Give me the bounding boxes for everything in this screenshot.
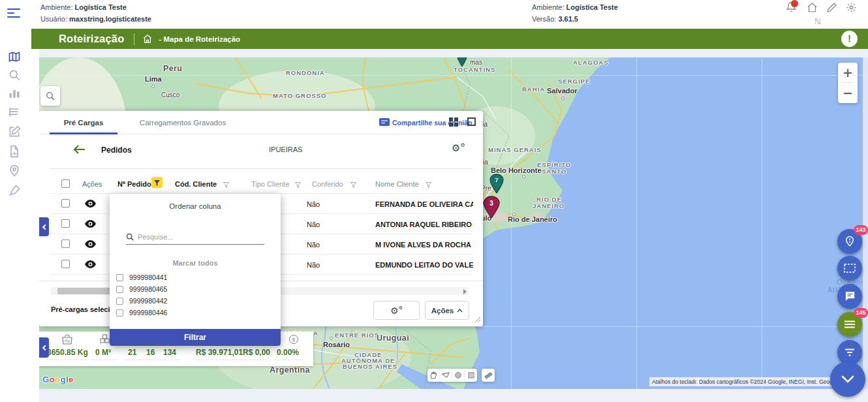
view-eye-icon[interactable]	[85, 240, 96, 248]
alert-button[interactable]: !	[841, 31, 858, 47]
feedback-link[interactable]: Compartilhe sua opinião	[392, 119, 473, 127]
notifications-bell-icon[interactable]	[786, 1, 797, 15]
map-label-state: ALAGOAS	[573, 59, 609, 66]
settings-gear-icon[interactable]	[846, 2, 857, 16]
map-search-button[interactable]	[40, 86, 60, 106]
sidebar-item-pin-icon[interactable]	[8, 164, 21, 178]
graticule-line	[636, 57, 637, 389]
filter-icon-active[interactable]	[151, 177, 163, 188]
col-header-nome-cliente[interactable]: Nome Cliente	[375, 180, 419, 188]
filter-icon[interactable]	[223, 179, 229, 191]
zoom-in-button[interactable]: +	[838, 63, 858, 82]
fab-select-area-button[interactable]	[837, 256, 862, 281]
filter-icon[interactable]	[426, 179, 431, 191]
row-checkbox[interactable]	[61, 260, 70, 268]
panel-collapse-handle[interactable]	[39, 217, 49, 236]
option-checkbox[interactable]	[116, 274, 123, 281]
filter-icon[interactable]	[350, 179, 356, 191]
city-dot	[561, 97, 565, 100]
cell-nome: ANTONIA RAQUEL RIBEIRO BOM	[375, 221, 473, 228]
view-eye-icon[interactable]	[85, 260, 96, 268]
row-checkbox[interactable]	[61, 219, 70, 228]
maximize-icon[interactable]	[467, 117, 476, 126]
feedback-icon	[379, 118, 390, 126]
map-pin-small[interactable]	[457, 57, 467, 69]
option-label[interactable]: 9999980442	[129, 297, 167, 305]
option-label[interactable]: 9999980465	[129, 285, 167, 293]
map-zoom-control[interactable]: + −	[838, 63, 858, 103]
zoom-out-button[interactable]: −	[838, 83, 858, 102]
fab-chat-button[interactable]	[837, 284, 862, 309]
col-header-cod-cliente[interactable]: Cód. Cliente	[175, 180, 217, 188]
resize-handle[interactable]	[474, 316, 480, 322]
option-checkbox[interactable]	[116, 286, 123, 293]
column-settings-gears-icon[interactable]: ⚙⚙	[452, 142, 465, 154]
sidebar-item-report-icon[interactable]	[8, 145, 21, 158]
divider	[161, 360, 181, 360]
edit-pencil-icon[interactable]	[826, 2, 837, 16]
sidebar-item-routes-icon[interactable]	[8, 106, 21, 119]
row-checkbox[interactable]	[61, 199, 70, 208]
svg-text:$: $	[292, 337, 296, 343]
search-underline	[126, 244, 264, 245]
cell-nome: EDMUNDO LEITAO DO VALE	[375, 261, 473, 269]
map-label-state: SERGIPE	[558, 78, 590, 85]
footer-settings-button[interactable]: ⚙⚙	[373, 301, 420, 320]
sidebar-item-map-icon[interactable]	[8, 50, 21, 63]
fab-expand-button[interactable]	[830, 362, 865, 397]
chevron-up-icon	[457, 309, 463, 313]
keyboard-shortcuts-link[interactable]: Atalhos do teclado	[649, 377, 700, 386]
row-checkbox[interactable]	[61, 240, 70, 248]
view-eye-icon[interactable]	[85, 220, 96, 228]
cell-nome: M IVONE ALVES DA ROCHA	[375, 241, 473, 249]
tab-row: Pré Cargas Carregamentos Gravados Compar…	[39, 111, 483, 134]
circle-tool-icon[interactable]	[452, 369, 465, 382]
sidebar-item-edit-icon[interactable]	[8, 125, 21, 138]
breadcrumb-home-icon[interactable]	[142, 34, 153, 44]
filter-icon[interactable]	[295, 179, 301, 191]
col-header-pedido[interactable]: Nº Pedido	[117, 180, 151, 188]
grid-view-icon[interactable]	[449, 117, 458, 127]
map-label-city: ia	[483, 159, 488, 166]
city-dot	[330, 337, 333, 340]
map-pin-cluster-3[interactable]: 3	[483, 196, 500, 221]
select-all-checkbox[interactable]	[61, 179, 70, 188]
col-header-tipo-cliente[interactable]: Tipo Cliente	[251, 180, 289, 188]
col-header-conferido[interactable]: Conferido	[312, 180, 343, 188]
back-arrow-icon[interactable]	[73, 145, 85, 154]
polygon-tool-icon[interactable]	[440, 369, 452, 382]
option-label[interactable]: 9999980441	[129, 273, 167, 281]
cell-conferido: Não	[307, 221, 320, 228]
tab-carregamentos-gravados[interactable]: Carregamentos Gravados	[117, 111, 248, 134]
sidebar-item-marker-tool-icon[interactable]	[8, 184, 21, 197]
pan-hand-icon[interactable]	[427, 369, 440, 382]
menu-icon[interactable]	[7, 8, 20, 20]
chat-icon	[845, 291, 856, 302]
totals-collapse-handle[interactable]	[39, 337, 49, 358]
filtrar-button[interactable]: Filtrar	[110, 329, 281, 346]
option-checkbox[interactable]	[116, 309, 123, 317]
map-label-state: SANTO	[542, 168, 566, 175]
map-draw-toolbar[interactable]	[427, 369, 477, 382]
sidebar-item-search-icon[interactable]	[8, 69, 21, 82]
acoes-button[interactable]: Ações	[425, 301, 469, 320]
option-label[interactable]: 9999980446	[129, 309, 167, 317]
scroll-right-arrow[interactable]	[463, 289, 467, 294]
select-all-label[interactable]: Marcar todos	[110, 259, 281, 267]
stat-value-2: R$ 0,00	[243, 348, 270, 357]
divider	[91, 360, 117, 360]
search-input[interactable]: Pesquise...	[138, 233, 173, 241]
stat-count-1: 21	[128, 348, 136, 357]
app-bar: Roteirização - Mapa de Roteirização !	[31, 29, 868, 49]
dropdown-title: Ordenar coluna	[110, 202, 281, 210]
home-icon[interactable]	[807, 2, 818, 16]
tab-pre-cargas[interactable]: Pré Cargas	[50, 111, 117, 134]
ruler-tool-icon[interactable]	[482, 369, 495, 382]
option-checkbox[interactable]	[116, 298, 123, 305]
view-eye-icon[interactable]	[85, 200, 96, 208]
map-scroll-strip	[863, 57, 868, 389]
sidebar-item-chart-icon[interactable]	[8, 87, 21, 100]
rectangle-tool-icon[interactable]	[465, 369, 477, 382]
map-pin-cluster-7[interactable]: 7	[489, 174, 504, 196]
map-label-country: Peru	[163, 64, 182, 73]
